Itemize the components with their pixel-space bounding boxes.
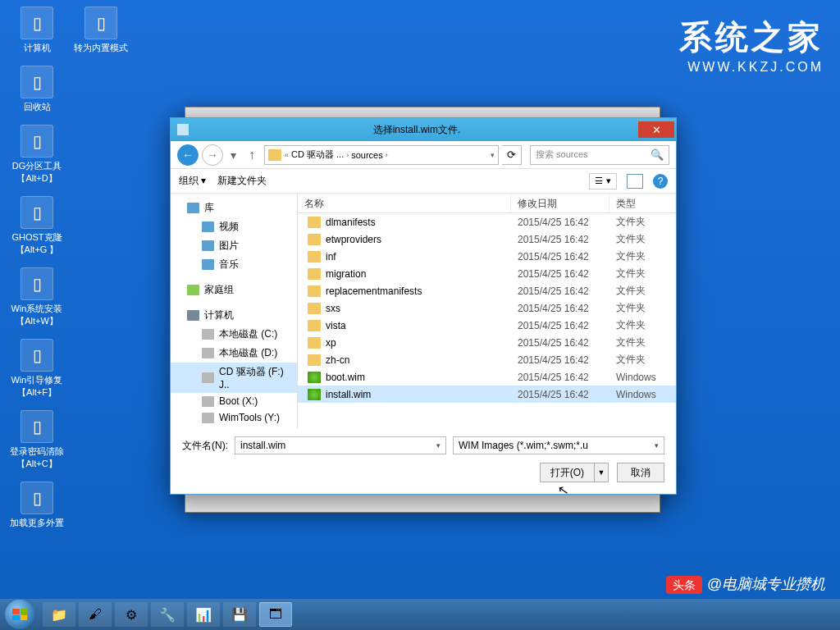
nav-row: ← → ▾ ↑ « CD 驱动器 ... › sources › ▾ ⟳ 搜索 … [171,141,676,169]
desktop-icon[interactable]: ▯登录密码清除 【Alt+C】 [8,410,66,470]
new-folder-button[interactable]: 新建文件夹 [217,174,267,188]
organize-menu[interactable]: 组织 ▾ [179,174,206,188]
folder-icon [308,285,321,297]
breadcrumb-seg1[interactable]: CD 驱动器 ... [289,148,346,161]
folder-icon [308,251,321,262]
taskbar-app-3[interactable]: ⚙ [115,602,148,627]
dialog-icon [177,124,189,135]
taskbar-app-1[interactable]: 📁 [43,602,75,627]
file-row[interactable]: etwproviders2015/4/25 16:42文件夹 [298,231,676,248]
folder-icon [308,268,321,280]
open-button[interactable]: 打开(O)▼ [540,463,609,482]
folder-icon [308,303,321,314]
address-bar[interactable]: « CD 驱动器 ... › sources › ▾ [264,145,499,165]
sidebar-drive[interactable]: Boot (X:) [171,393,297,409]
column-headers[interactable]: 名称 修改日期 类型 [298,194,676,213]
watermark-brand: 系统之家 [679,15,824,60]
taskbar-active-window[interactable]: 🗔 [259,602,292,627]
sidebar-drive[interactable]: 本地磁盘 (C:) [171,325,297,344]
wim-icon [308,372,321,383]
folder-icon [308,320,321,331]
folder-icon [308,234,321,245]
titlebar[interactable]: 选择install.wim文件. ✕ [171,118,676,141]
file-row[interactable]: dlmanifests2015/4/25 16:42文件夹 [298,213,676,231]
back-button[interactable]: ← [177,144,199,166]
folder-icon [308,354,321,366]
file-row[interactable]: boot.wim2015/4/25 16:42Windows [298,368,676,386]
folder-icon [268,149,281,161]
col-date[interactable]: 修改日期 [511,194,609,212]
desktop-icon[interactable]: ▯加载更多外置 [8,482,66,529]
breadcrumb-seg2[interactable]: sources [349,150,386,160]
file-row[interactable]: sxs2015/4/25 16:42文件夹 [298,299,676,317]
file-row[interactable]: migration2015/4/25 16:42文件夹 [298,265,676,282]
sidebar-drive[interactable]: 本地磁盘 (D:) [171,344,297,363]
taskbar-app-2[interactable]: 🖌 [79,602,112,627]
sidebar: 库 视频图片音乐 家庭组 计算机 本地磁盘 (C:)本地磁盘 (D:)CD 驱动… [171,194,298,428]
sidebar-drive[interactable]: CD 驱动器 (F:) J.. [171,363,297,393]
sidebar-lib-item[interactable]: 音乐 [171,255,297,274]
help-button[interactable]: ? [653,174,668,189]
sidebar-libraries[interactable]: 库 [171,199,297,217]
col-type[interactable]: 类型 [609,194,676,212]
up-button[interactable]: ↑ [243,146,261,164]
search-input[interactable]: 搜索 sources 🔍 [530,145,669,165]
file-list[interactable]: dlmanifests2015/4/25 16:42文件夹etwprovider… [298,213,676,428]
toutiao-watermark: 头条@电脑城专业攒机 [666,574,825,594]
search-placeholder: 搜索 sources [536,148,588,161]
desktop-icon[interactable]: ▯转为内置模式 [72,7,130,54]
toolbar: 组织 ▾ 新建文件夹 ☰ ▾ ? [171,169,676,194]
desktop-icon[interactable]: ▯GHOST克隆 【Alt+G 】 [8,196,66,256]
filename-label: 文件名(N): [182,439,228,453]
desktop-icon[interactable]: ▯计算机 [8,7,66,54]
search-icon: 🔍 [651,148,664,161]
watermark-url: WWW.KKZJ.COM [679,60,824,75]
desktop-icon[interactable]: ▯回收站 [8,66,66,113]
view-mode-button[interactable]: ☰ ▾ [589,173,617,189]
forward-button[interactable]: → [202,144,223,166]
folder-icon [308,217,321,228]
file-row[interactable]: vista2015/4/25 16:42文件夹 [298,317,676,334]
file-row[interactable]: inf2015/4/25 16:42文件夹 [298,248,676,265]
wim-icon [308,389,321,400]
start-button[interactable] [5,600,34,629]
filename-input[interactable]: install.wim▾ [235,436,446,454]
file-row[interactable]: install.wim2015/4/25 16:42Windows [298,386,676,403]
close-button[interactable]: ✕ [638,121,674,138]
preview-pane-button[interactable] [627,174,643,189]
taskbar-app-4[interactable]: 🔧 [151,602,184,627]
filename-row: 文件名(N): install.wim▾ WIM Images (*.wim;*… [171,428,676,463]
open-dropdown[interactable]: ▼ [595,468,608,477]
sidebar-lib-item[interactable]: 视频 [171,217,297,236]
cancel-button[interactable]: 取消 [617,463,664,482]
filter-select[interactable]: WIM Images (*.wim;*.swm;*.u▾ [453,436,664,454]
file-list-area: 名称 修改日期 类型 dlmanifests2015/4/25 16:42文件夹… [298,194,676,428]
taskbar-app-5[interactable]: 📊 [187,602,220,627]
desktop-icon[interactable]: ▯Win系统安装 【Alt+W】 [8,267,66,327]
sidebar-drive[interactable]: WimTools (Y:) [171,409,297,426]
refresh-button[interactable]: ⟳ [502,145,522,165]
taskbar[interactable]: 📁 🖌 ⚙ 🔧 📊 💾 🗔 [0,599,840,630]
desktop-icon[interactable]: ▯DG分区工具 【Alt+D】 [8,125,66,185]
folder-icon [308,337,321,349]
sidebar-homegroup[interactable]: 家庭组 [171,281,297,299]
file-row[interactable]: zh-cn2015/4/25 16:42文件夹 [298,351,676,368]
taskbar-app-6[interactable]: 💾 [223,602,256,627]
file-row[interactable]: replacementmanifests2015/4/25 16:42文件夹 [298,282,676,299]
sidebar-lib-item[interactable]: 图片 [171,236,297,255]
sidebar-computer[interactable]: 计算机 [171,306,297,325]
dialog-title: 选择install.wim文件. [195,123,638,137]
watermark: 系统之家 WWW.KKZJ.COM [679,15,824,75]
file-row[interactable]: xp2015/4/25 16:42文件夹 [298,334,676,351]
col-name[interactable]: 名称 [298,194,511,212]
file-open-dialog: 选择install.wim文件. ✕ ← → ▾ ↑ « CD 驱动器 ... … [170,117,677,495]
desktop-icon[interactable]: ▯Win引导修复 【Alt+F】 [8,339,66,399]
history-dropdown[interactable]: ▾ [226,144,240,166]
